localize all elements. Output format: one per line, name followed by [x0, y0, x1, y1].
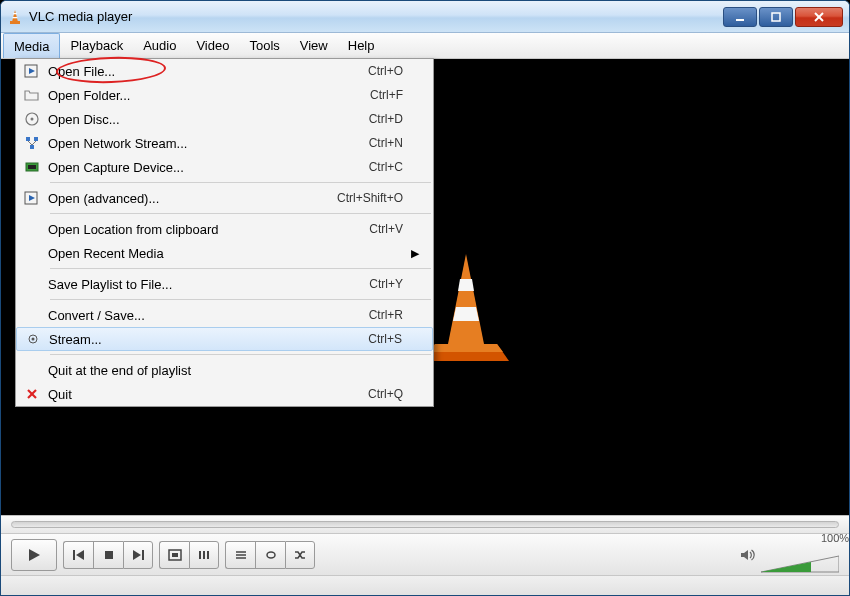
svg-marker-10 — [453, 307, 479, 321]
capture-icon — [16, 161, 48, 173]
svg-marker-31 — [29, 68, 35, 74]
menu-convert-save[interactable]: Convert / Save... Ctrl+R — [16, 303, 433, 327]
media-dropdown-menu: Open File... Ctrl+O Open Folder... Ctrl+… — [15, 58, 434, 407]
submenu-arrow-icon: ▶ — [411, 247, 427, 260]
speaker-icon[interactable] — [739, 548, 755, 562]
view-group — [159, 541, 219, 569]
menu-separator — [50, 182, 431, 183]
playlist-group — [225, 541, 315, 569]
close-button[interactable] — [795, 7, 843, 27]
menu-view[interactable]: View — [290, 33, 338, 58]
svg-rect-23 — [207, 551, 209, 559]
next-button[interactable] — [123, 541, 153, 569]
app-window: VLC media player Media Playback Audio Vi… — [0, 0, 850, 596]
svg-marker-13 — [29, 549, 40, 561]
svg-rect-3 — [13, 17, 18, 18]
volume-control: 100% — [739, 536, 839, 574]
minimize-button[interactable] — [723, 7, 757, 27]
svg-point-33 — [31, 118, 34, 121]
menu-tools[interactable]: Tools — [239, 33, 289, 58]
quit-icon — [16, 388, 48, 400]
svg-marker-0 — [12, 10, 18, 22]
menu-separator — [50, 299, 431, 300]
file-play-icon — [16, 191, 48, 205]
menubar: Media Playback Audio Video Tools View He… — [1, 33, 849, 59]
menu-separator — [50, 268, 431, 269]
svg-rect-22 — [203, 551, 205, 559]
svg-rect-18 — [142, 550, 144, 560]
menu-open-recent[interactable]: Open Recent Media ▶ — [16, 241, 433, 265]
menu-open-advanced[interactable]: Open (advanced)... Ctrl+Shift+O — [16, 186, 433, 210]
svg-rect-21 — [199, 551, 201, 559]
playback-controls: 100% — [1, 533, 849, 575]
menu-playback[interactable]: Playback — [60, 33, 133, 58]
svg-rect-5 — [772, 13, 780, 21]
svg-rect-34 — [26, 137, 30, 141]
menu-save-playlist[interactable]: Save Playlist to File... Ctrl+Y — [16, 272, 433, 296]
menu-open-folder[interactable]: Open Folder... Ctrl+F — [16, 83, 433, 107]
stop-button[interactable] — [93, 541, 123, 569]
menu-open-clipboard[interactable]: Open Location from clipboard Ctrl+V — [16, 217, 433, 241]
svg-rect-4 — [736, 19, 744, 21]
svg-marker-9 — [458, 279, 474, 291]
svg-rect-14 — [73, 550, 75, 560]
svg-line-38 — [32, 141, 36, 145]
svg-marker-27 — [741, 550, 748, 560]
menu-quit-end-playlist[interactable]: Quit at the end of playlist — [16, 358, 433, 382]
menu-media[interactable]: Media — [3, 33, 60, 58]
menu-open-capture[interactable]: Open Capture Device... Ctrl+C — [16, 155, 433, 179]
fullscreen-button[interactable] — [159, 541, 189, 569]
volume-percent: 100% — [821, 532, 849, 544]
svg-rect-40 — [28, 165, 36, 169]
playlist-button[interactable] — [225, 541, 255, 569]
svg-marker-12 — [429, 344, 503, 352]
svg-marker-42 — [29, 195, 35, 201]
menu-help[interactable]: Help — [338, 33, 385, 58]
svg-point-43 — [32, 338, 35, 341]
transport-group — [63, 541, 153, 569]
titlebar: VLC media player — [1, 1, 849, 33]
svg-rect-36 — [30, 145, 34, 149]
play-button[interactable] — [11, 539, 57, 571]
svg-line-37 — [28, 141, 32, 145]
extended-settings-button[interactable] — [189, 541, 219, 569]
menu-separator — [50, 213, 431, 214]
svg-marker-29 — [761, 562, 811, 572]
menu-open-file[interactable]: Open File... Ctrl+O — [16, 59, 433, 83]
window-controls — [723, 7, 843, 27]
svg-marker-17 — [133, 550, 141, 560]
menu-stream[interactable]: Stream... Ctrl+S — [16, 327, 433, 351]
vlc-cone-icon — [7, 9, 23, 25]
svg-rect-2 — [13, 13, 17, 14]
file-play-icon — [16, 64, 48, 78]
menu-quit[interactable]: Quit Ctrl+Q — [16, 382, 433, 406]
shuffle-button[interactable] — [285, 541, 315, 569]
menu-open-disc[interactable]: Open Disc... Ctrl+D — [16, 107, 433, 131]
network-icon — [16, 136, 48, 150]
svg-marker-8 — [448, 254, 484, 344]
seekbar[interactable] — [1, 515, 849, 533]
svg-marker-15 — [76, 550, 84, 560]
svg-rect-16 — [105, 551, 113, 559]
stream-icon — [17, 333, 49, 345]
seek-track[interactable] — [11, 521, 839, 528]
maximize-button[interactable] — [759, 7, 793, 27]
vlc-cone-logo — [421, 249, 511, 369]
menu-open-network[interactable]: Open Network Stream... Ctrl+N — [16, 131, 433, 155]
menu-audio[interactable]: Audio — [133, 33, 186, 58]
svg-rect-20 — [172, 553, 178, 557]
volume-slider[interactable] — [761, 554, 839, 574]
svg-rect-35 — [34, 137, 38, 141]
menu-video[interactable]: Video — [186, 33, 239, 58]
statusbar — [1, 575, 849, 595]
window-title: VLC media player — [29, 9, 723, 24]
previous-button[interactable] — [63, 541, 93, 569]
folder-icon — [16, 89, 48, 101]
svg-rect-1 — [10, 21, 20, 24]
menu-separator — [50, 354, 431, 355]
disc-icon — [16, 112, 48, 126]
loop-button[interactable] — [255, 541, 285, 569]
